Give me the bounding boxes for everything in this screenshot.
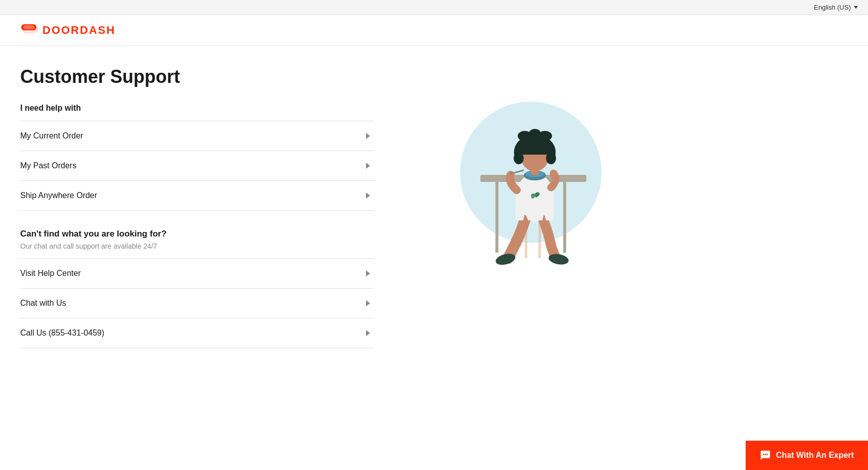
help-section-label: I need help with — [20, 104, 374, 113]
menu-item-help-center[interactable]: Visit Help Center — [20, 259, 374, 289]
menu-item-call-label: Call Us (855-431-0459) — [20, 328, 104, 338]
menu-item-ship-anywhere[interactable]: Ship Anywhere Order — [20, 181, 374, 211]
menu-item-chat-with-us[interactable]: Chat with Us — [20, 289, 374, 318]
page-title: Customer Support — [20, 66, 374, 87]
chevron-right-icon — [366, 330, 370, 336]
chevron-right-icon — [366, 193, 370, 199]
svg-point-20 — [766, 454, 768, 455]
svg-point-18 — [763, 454, 764, 455]
person-illustration — [450, 76, 612, 278]
menu-item-help-center-label: Visit Help Center — [20, 269, 81, 278]
language-selector[interactable]: English (US) — [814, 4, 858, 11]
svg-point-14 — [546, 152, 556, 164]
cant-find-subtitle: Our chat and call support are available … — [20, 242, 374, 250]
svg-rect-2 — [563, 182, 566, 253]
logo-text: DOORDASH — [42, 24, 115, 37]
svg-point-17 — [538, 131, 552, 141]
header: DOORDASH — [0, 15, 868, 46]
chevron-right-icon — [366, 270, 370, 276]
menu-item-current-order[interactable]: My Current Order — [20, 121, 374, 151]
menu-item-current-order-label: My Current Order — [20, 131, 83, 140]
left-panel: Customer Support I need help with My Cur… — [20, 66, 374, 348]
cant-find-section: Can't find what you are looking for? Our… — [20, 229, 374, 250]
svg-point-19 — [765, 454, 766, 455]
doordash-logo-icon — [20, 23, 38, 37]
illustration-container — [450, 76, 612, 278]
main-content: Customer Support I need help with My Cur… — [0, 46, 708, 368]
svg-rect-1 — [495, 182, 498, 253]
chevron-down-icon — [854, 6, 858, 9]
menu-item-past-orders[interactable]: My Past Orders — [20, 151, 374, 181]
chat-bubble-icon — [760, 450, 771, 461]
illustration-panel — [374, 66, 688, 348]
language-label: English (US) — [814, 4, 851, 11]
menu-item-call-us[interactable]: Call Us (855-431-0459) — [20, 318, 374, 348]
menu-item-past-orders-label: My Past Orders — [20, 161, 76, 170]
chevron-right-icon — [366, 163, 370, 169]
chat-expert-button[interactable]: Chat With An Expert — [746, 441, 868, 470]
support-menu-list: Visit Help Center Chat with Us Call Us (… — [20, 258, 374, 348]
order-menu-list: My Current Order My Past Orders Ship Any… — [20, 121, 374, 211]
chevron-right-icon — [366, 133, 370, 139]
chevron-right-icon — [366, 300, 370, 306]
menu-item-chat-label: Chat with Us — [20, 299, 66, 308]
menu-item-ship-anywhere-label: Ship Anywhere Order — [20, 191, 97, 200]
top-bar: English (US) — [0, 0, 868, 15]
logo-container: DOORDASH — [20, 23, 848, 37]
svg-point-13 — [514, 152, 524, 164]
chat-expert-label: Chat With An Expert — [776, 451, 854, 460]
cant-find-title: Can't find what you are looking for? — [20, 229, 374, 239]
